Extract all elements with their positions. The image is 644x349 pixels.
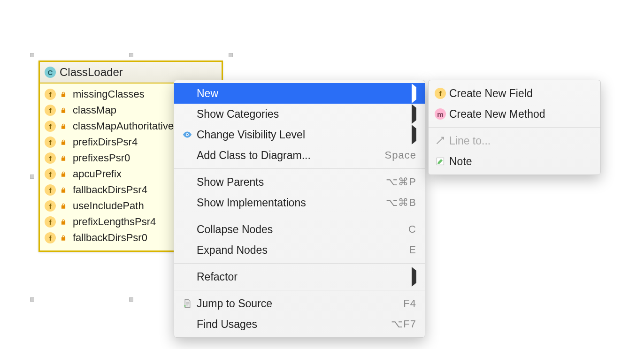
menu-item-label: New [197, 87, 406, 100]
menu-separator [174, 290, 425, 290]
menu-shortcut: Space [385, 149, 416, 161]
lock-icon [59, 185, 68, 195]
menu-item-label: Add Class to Diagram... [197, 149, 379, 162]
menu-item-show-categories[interactable]: Show Categories [174, 104, 425, 124]
field-icon: f [45, 105, 56, 116]
resize-handle[interactable] [129, 297, 133, 302]
context-submenu-new[interactable]: fCreate New FieldmCreate New MethodLine … [428, 80, 601, 175]
resize-handle[interactable] [30, 297, 34, 302]
menu-item-label: Refactor [197, 271, 406, 283]
field-icon: f [45, 168, 56, 180]
class-title: ClassLoader [60, 66, 123, 79]
note-icon [436, 157, 445, 166]
field-icon: f [45, 137, 56, 148]
submenu-arrow-icon [412, 108, 416, 121]
field-name: fallbackDirsPsr4 [73, 184, 147, 196]
resize-handle[interactable] [30, 174, 34, 179]
menu-item-label: Show Implementations [197, 197, 380, 209]
submenu-item-label: Create New Field [449, 87, 592, 100]
field-name: useIncludePath [73, 200, 144, 212]
field-name: classMap [73, 104, 116, 116]
lock-icon [59, 217, 68, 227]
menu-item-label: Change Visibility Level [197, 129, 406, 141]
menu-shortcut: ⌥F7 [391, 318, 416, 330]
lock-icon [59, 90, 68, 99]
menu-item-collapse-nodes[interactable]: Collapse NodesC [174, 219, 425, 240]
submenu-arrow-icon [412, 129, 416, 141]
resize-handle[interactable] [129, 53, 133, 57]
submenu-item-create-new-field[interactable]: fCreate New Field [429, 83, 600, 104]
lock-icon [59, 153, 68, 163]
resize-handle[interactable] [30, 53, 34, 57]
field-name: missingClasses [73, 88, 145, 100]
submenu-item-label: Create New Method [449, 108, 592, 121]
field-name: prefixDirsPsr4 [73, 136, 138, 148]
submenu-item-label: Note [449, 155, 592, 168]
menu-shortcut: E [409, 244, 416, 256]
submenu-item-label: Line to... [449, 135, 592, 147]
submenu-arrow-icon [412, 271, 416, 283]
submenu-item-create-new-method[interactable]: mCreate New Method [429, 104, 600, 124]
field-name: fallbackDirsPsr0 [73, 232, 147, 244]
menu-shortcut: F4 [403, 297, 416, 310]
field-icon: f [45, 89, 56, 100]
class-icon: C [45, 67, 56, 78]
field-icon: f [435, 88, 446, 99]
context-menu[interactable]: NewShow CategoriesChange Visibility Leve… [174, 80, 425, 338]
lock-icon [59, 169, 68, 179]
svg-point-1 [187, 134, 188, 136]
menu-separator [174, 263, 425, 264]
menu-item-jump-to-source[interactable]: Jump to SourceF4 [174, 293, 425, 314]
menu-item-label: Collapse Nodes [197, 223, 403, 236]
menu-shortcut: ⌥⌘P [386, 176, 416, 188]
field-icon: f [45, 184, 56, 196]
field-icon: f [45, 121, 56, 132]
lock-icon [59, 121, 68, 131]
submenu-item-line-to: Line to... [429, 130, 600, 151]
document-icon [183, 298, 192, 309]
field-icon: f [45, 232, 56, 243]
menu-separator [174, 168, 425, 169]
menu-item-label: Find Usages [197, 318, 385, 331]
menu-item-change-visibility-level[interactable]: Change Visibility Level [174, 124, 425, 145]
menu-separator [429, 127, 600, 128]
menu-separator [174, 216, 425, 216]
menu-item-refactor[interactable]: Refactor [174, 266, 425, 287]
field-icon: f [45, 216, 56, 228]
menu-item-expand-nodes[interactable]: Expand NodesE [174, 240, 425, 260]
resize-handle[interactable] [229, 53, 233, 57]
method-icon: m [435, 108, 446, 120]
field-name: classMapAuthoritative [73, 120, 174, 132]
field-name: apcuPrefix [73, 168, 122, 180]
submenu-arrow-icon [412, 87, 416, 100]
menu-item-show-parents[interactable]: Show Parents⌥⌘P [174, 172, 425, 192]
line-to-icon [436, 136, 445, 145]
menu-shortcut: ⌥⌘B [386, 197, 416, 209]
field-icon: f [45, 152, 56, 164]
lock-icon [59, 137, 68, 147]
menu-item-find-usages[interactable]: Find Usages⌥F7 [174, 314, 425, 334]
submenu-item-note[interactable]: Note [429, 151, 600, 172]
menu-item-label: Show Parents [197, 176, 380, 189]
field-icon: f [45, 200, 56, 212]
lock-icon [59, 233, 68, 243]
field-name: prefixesPsr0 [73, 152, 130, 164]
eye-icon [182, 129, 192, 140]
menu-item-show-implementations[interactable]: Show Implementations⌥⌘B [174, 192, 425, 213]
field-name: prefixLengthsPsr4 [73, 216, 156, 228]
lock-icon [59, 201, 68, 211]
lock-icon [59, 106, 68, 115]
menu-item-new[interactable]: New [174, 83, 425, 104]
menu-shortcut: C [408, 223, 416, 235]
menu-item-label: Expand Nodes [197, 244, 403, 257]
menu-item-label: Show Categories [197, 108, 406, 121]
menu-item-label: Jump to Source [197, 297, 398, 310]
menu-item-add-class-to-diagram[interactable]: Add Class to Diagram...Space [174, 145, 425, 166]
